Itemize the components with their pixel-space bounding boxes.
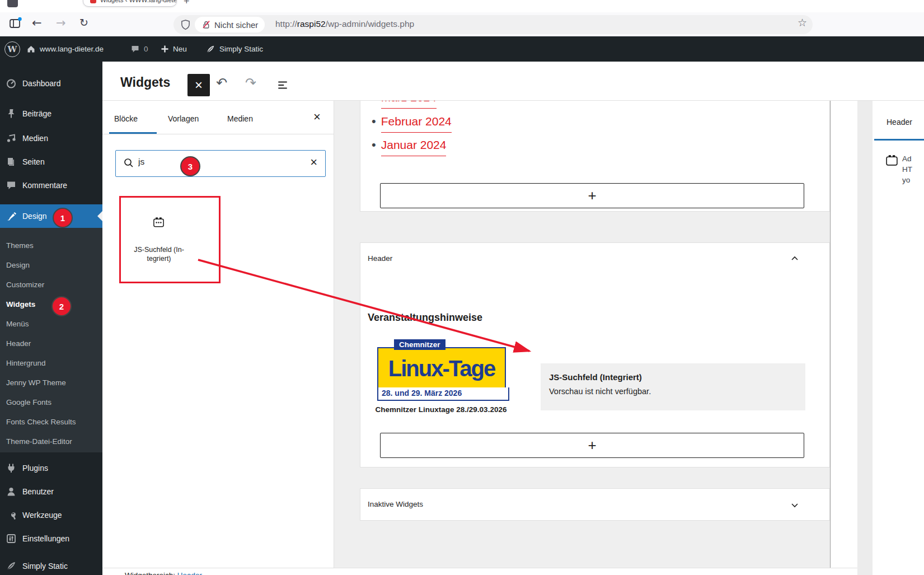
widget-area-icon — [885, 153, 899, 167]
page-title: Widgets — [120, 75, 170, 90]
list-view-button[interactable] — [276, 79, 289, 91]
archive-link-januar[interactable]: Januar 2024 — [381, 138, 447, 156]
submenu-item-themes[interactable]: Themes — [0, 236, 102, 255]
submenu-item-hintergrund[interactable]: Hintergrund — [0, 353, 102, 373]
archive-link-maerz[interactable]: März 2024 — [381, 101, 437, 109]
feather-icon — [205, 44, 215, 54]
simply-static-menu[interactable]: Simply Static — [205, 36, 263, 62]
tab-favicon — [90, 0, 96, 3]
linux-tage-tag: Chemnitzer — [394, 339, 445, 350]
chevron-up-icon[interactable] — [790, 254, 799, 263]
url-bar[interactable]: Nicht sicher http://raspi52/wp-admin/wid… — [173, 15, 813, 34]
plus-icon — [161, 45, 169, 53]
comment-bubble-icon — [130, 44, 140, 54]
comment-count: 0 — [144, 45, 148, 53]
widget-block-subtitle: Vorschau ist nicht verfügbar. — [549, 387, 797, 396]
window-control-icon[interactable] — [7, 0, 18, 7]
sidebar-item-beitraege[interactable]: Beiträge — [0, 102, 102, 125]
annotation-step-1: 1 — [53, 208, 73, 228]
pages-icon — [6, 156, 17, 167]
sidebar-item-plugins[interactable]: Plugins — [0, 456, 102, 479]
submenu-item-jenny-wp-theme[interactable]: Jenny WP Theme — [0, 373, 102, 392]
widget-area-title[interactable]: Header — [368, 254, 392, 263]
comment-icon — [6, 180, 17, 191]
tab-header[interactable]: Header — [887, 118, 912, 127]
not-secure-chip[interactable]: Nicht sicher — [195, 17, 265, 32]
bookmark-star-icon[interactable]: ☆ — [798, 17, 807, 28]
new-tab-button[interactable]: + — [184, 0, 190, 7]
block-inserter-panel: Blöcke Vorlagen Medien × × — [102, 101, 334, 568]
widget-area-panel-header: Header Veranstaltungshinweise Linux-Tage… — [360, 242, 830, 468]
block-appender-button[interactable]: + — [380, 433, 804, 458]
shield-icon[interactable] — [180, 19, 191, 30]
wp-logo-menu[interactable]: W — [4, 36, 20, 62]
sidebar-description-line: HT — [902, 165, 912, 174]
inactive-widgets-title[interactable]: Inaktive Widgets — [368, 500, 423, 508]
wp-admin-bar: W www.lang-dieter.de 0 Neu Simply S — [0, 36, 924, 62]
tab-medien[interactable]: Medien — [227, 114, 253, 123]
linux-tage-logo: Linux-Tage — [377, 347, 506, 390]
tab-bloecke[interactable]: Blöcke — [114, 114, 138, 123]
annotation-step-3: 3 — [180, 156, 200, 176]
archive-list-item: • Februar 2024 — [372, 114, 452, 133]
sidebar-item-medien[interactable]: Medien — [0, 127, 102, 149]
sidebar-item-design[interactable]: Design — [0, 204, 102, 228]
new-content-menu[interactable]: Neu — [161, 36, 187, 62]
slashed-lock-icon — [201, 20, 211, 30]
widget-heading[interactable]: Veranstaltungshinweise — [368, 312, 482, 324]
submenu-item-design[interactable]: Design — [0, 255, 102, 275]
browser-tab[interactable]: Widgets ‹ WWW.lang-diete… — [83, 0, 177, 7]
settings-sidebar: Header Ad HT yo — [873, 101, 924, 575]
active-menu-notch — [97, 211, 102, 221]
site-name-link[interactable]: www.lang-dieter.de — [26, 36, 104, 62]
canvas-right-gutter — [831, 101, 857, 575]
archive-list-item: • März 2024 — [372, 101, 437, 109]
sidebar-item-dashboard[interactable]: Dashboard — [0, 72, 102, 95]
submenu-item-google-fonts[interactable]: Google Fonts — [0, 392, 102, 412]
forward-button[interactable]: → — [56, 17, 66, 29]
reload-button[interactable]: ↻ — [79, 17, 88, 28]
inserter-toggle-button[interactable]: × — [187, 74, 210, 96]
submenu-item-customizer[interactable]: Customizer — [0, 275, 102, 294]
inserter-close-icon[interactable]: × — [313, 111, 321, 123]
canvas-scrollbar[interactable] — [857, 101, 873, 575]
list-bullet: • — [372, 138, 376, 152]
sidebar-item-kommentare[interactable]: Kommentare — [0, 174, 102, 197]
comments-menu[interactable]: 0 — [130, 36, 148, 62]
breadcrumb[interactable]: Widgetbereich: Header — [125, 571, 202, 575]
redo-button[interactable]: ↷ — [245, 76, 256, 90]
chevron-down-icon[interactable] — [790, 501, 799, 510]
active-tab-underline — [874, 139, 924, 141]
sidebar-item-benutzer[interactable]: Benutzer — [0, 480, 102, 503]
clear-search-icon[interactable]: × — [310, 156, 317, 169]
annotation-box-block-result — [119, 196, 221, 283]
not-secure-label: Nicht sicher — [214, 20, 258, 30]
paintbrush-icon — [6, 211, 17, 222]
submenu-item-menues[interactable]: Menüs — [0, 314, 102, 334]
sidebar-item-seiten[interactable]: Seiten — [0, 150, 102, 173]
pin-icon — [6, 108, 17, 119]
undo-button[interactable]: ↶ — [216, 76, 227, 90]
tab-vorlagen[interactable]: Vorlagen — [168, 114, 199, 123]
sidebar-item-simply-static[interactable]: Simply Static — [0, 554, 102, 575]
back-button[interactable]: ← — [32, 17, 42, 29]
submenu-item-header[interactable]: Header — [0, 334, 102, 353]
dashboard-icon — [6, 78, 17, 89]
submenu-item-fonts-check-results[interactable]: Fonts Check Results — [0, 412, 102, 432]
js-suchfeld-widget-block[interactable]: JS-Suchfeld (Integriert) Vorschau ist ni… — [541, 363, 805, 410]
sidebar-item-einstellungen[interactable]: Einstellungen — [0, 527, 102, 550]
design-submenu: Themes Design Customizer Widgets Menüs H… — [0, 228, 102, 452]
editor-footer-bar: Widgetbereich: Header — [102, 568, 857, 575]
feather-icon — [6, 560, 17, 572]
block-search-box[interactable]: × — [115, 150, 326, 177]
sidebar-item-werkzeuge[interactable]: Werkzeuge — [0, 503, 102, 526]
plugin-icon — [6, 462, 17, 474]
sidebar-toggle-icon[interactable] — [8, 17, 22, 30]
block-appender-button[interactable]: + — [380, 183, 804, 208]
search-input[interactable] — [137, 156, 279, 167]
archive-link-februar[interactable]: Februar 2024 — [381, 114, 452, 133]
active-tab-underline — [109, 132, 157, 134]
wrench-icon — [6, 509, 17, 521]
submenu-item-theme-datei-editor[interactable]: Theme-Datei-Editor — [0, 432, 102, 451]
admin-menu: Dashboard Beiträge Medien Seiten — [0, 62, 102, 575]
